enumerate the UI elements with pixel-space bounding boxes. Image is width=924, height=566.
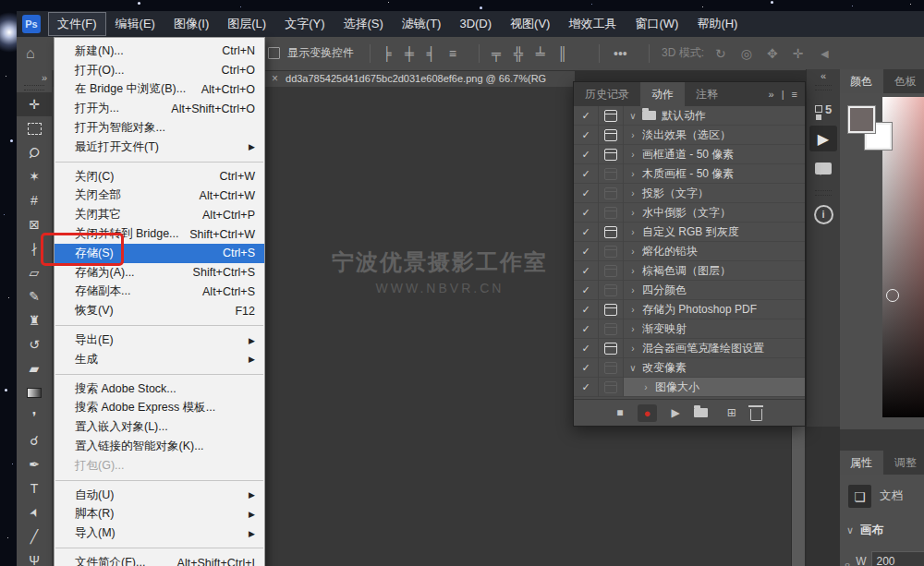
chevron-right-icon[interactable]: › bbox=[637, 382, 655, 392]
action-dialog-toggle[interactable] bbox=[599, 126, 624, 145]
action-row[interactable]: ✓›熔化的铅块 bbox=[574, 242, 805, 261]
menu-item[interactable]: 打开(O)...Ctrl+O bbox=[55, 61, 264, 80]
action-check[interactable]: ✓ bbox=[574, 223, 599, 242]
action-dialog-toggle[interactable] bbox=[599, 358, 624, 378]
tab-属性[interactable]: 属性 bbox=[839, 451, 883, 475]
action-name-area[interactable]: ›淡出效果（选区） bbox=[624, 126, 805, 145]
lasso-tool[interactable]: Ϙ bbox=[17, 140, 52, 164]
align-center-horizontal-icon[interactable]: ╪ bbox=[405, 46, 414, 61]
record-button[interactable]: ● bbox=[638, 404, 658, 422]
menubar-item[interactable]: 文件(F) bbox=[48, 12, 106, 36]
3d-pan-icon[interactable]: ✥ bbox=[767, 46, 778, 61]
new-group-button[interactable] bbox=[694, 408, 708, 417]
action-check[interactable]: ✓ bbox=[574, 242, 599, 261]
chevron-right-icon[interactable]: › bbox=[624, 285, 642, 295]
menubar-item[interactable]: 文字(Y) bbox=[275, 12, 334, 36]
action-check[interactable]: ✓ bbox=[574, 300, 599, 319]
brush-tool[interactable]: ✎ bbox=[17, 284, 52, 308]
action-check[interactable]: ✓ bbox=[574, 378, 599, 397]
action-dialog-toggle[interactable] bbox=[599, 203, 624, 223]
menu-item[interactable]: 恢复(V)F12 bbox=[55, 301, 264, 320]
action-name-area[interactable]: ›四分颜色 bbox=[624, 281, 805, 300]
menu-item[interactable]: 置入嵌入对象(L)... bbox=[55, 417, 264, 437]
action-check[interactable]: ✓ bbox=[574, 358, 599, 378]
action-dialog-toggle[interactable] bbox=[599, 378, 624, 397]
menubar-item[interactable]: 帮助(H) bbox=[687, 12, 747, 36]
align-right-icon[interactable]: ╡ bbox=[427, 46, 436, 61]
action-name-area[interactable]: ›存储为 Photoshop PDF bbox=[624, 300, 805, 319]
eraser-tool[interactable]: ▰ bbox=[17, 356, 52, 380]
chevron-down-icon[interactable]: ∨ bbox=[624, 363, 642, 373]
menu-item[interactable]: 自动(U)▶ bbox=[55, 486, 264, 505]
menu-item[interactable]: 脚本(R)▶ bbox=[55, 505, 264, 524]
chevron-right-icon[interactable]: › bbox=[624, 169, 642, 179]
menubar-item[interactable]: 滤镜(T) bbox=[393, 12, 451, 36]
align-top-icon[interactable]: ╤ bbox=[492, 46, 501, 61]
play-button[interactable]: ▶ bbox=[671, 406, 679, 419]
action-dialog-toggle[interactable] bbox=[599, 106, 624, 126]
menu-item[interactable]: 关闭其它Alt+Ctrl+P bbox=[55, 205, 264, 224]
notes-panel-icon[interactable] bbox=[809, 155, 837, 181]
3d-orbit-icon[interactable]: ↻ bbox=[715, 46, 726, 61]
action-name-area[interactable]: ›棕褐色调（图层） bbox=[624, 261, 805, 281]
canvas-scrollbar[interactable] bbox=[791, 427, 806, 566]
action-check[interactable]: ✓ bbox=[574, 339, 599, 358]
type-tool[interactable]: T bbox=[17, 476, 52, 500]
action-dialog-toggle[interactable] bbox=[599, 223, 624, 242]
action-check[interactable]: ✓ bbox=[574, 203, 599, 223]
action-dialog-toggle[interactable] bbox=[599, 242, 624, 261]
crop-tool[interactable]: # bbox=[17, 188, 52, 212]
path-select-tool[interactable]: ➤ bbox=[17, 500, 52, 524]
menu-item[interactable]: 导入(M)▶ bbox=[55, 524, 264, 543]
document-icon[interactable]: ❏ bbox=[848, 485, 871, 508]
dock-grip[interactable] bbox=[815, 190, 832, 196]
chevron-right-icon[interactable]: › bbox=[624, 247, 642, 257]
action-row[interactable]: ✓›水中倒影（文字） bbox=[574, 203, 805, 223]
menu-item[interactable]: 新建(N)...Ctrl+N bbox=[55, 42, 264, 61]
history-panel-icon[interactable]: 5 bbox=[809, 96, 837, 122]
action-dialog-toggle[interactable] bbox=[599, 319, 624, 339]
chevron-down-icon[interactable]: ∨ bbox=[624, 111, 642, 121]
3d-roll-icon[interactable]: ◎ bbox=[741, 46, 752, 61]
blur-tool[interactable]: ❜ bbox=[17, 404, 52, 428]
menu-item[interactable]: 关闭(C)Ctrl+W bbox=[55, 167, 264, 187]
action-check[interactable]: ✓ bbox=[574, 145, 599, 164]
action-check[interactable]: ✓ bbox=[574, 164, 599, 184]
action-row[interactable]: ✓›存储为 Photoshop PDF bbox=[574, 300, 805, 319]
action-dialog-toggle[interactable] bbox=[599, 184, 624, 203]
menubar-item[interactable]: 视图(V) bbox=[501, 12, 559, 36]
action-row[interactable]: ✓›渐变映射 bbox=[574, 319, 805, 339]
action-check[interactable]: ✓ bbox=[574, 106, 599, 126]
menu-item[interactable]: 打开为智能对象... bbox=[55, 118, 264, 138]
tab-历史记录[interactable]: 历史记录 bbox=[574, 82, 640, 106]
chevron-right-icon[interactable]: › bbox=[624, 130, 642, 140]
action-check[interactable]: ✓ bbox=[574, 126, 599, 145]
menu-item[interactable]: 导出(E)▶ bbox=[55, 331, 264, 350]
action-row[interactable]: ✓›淡出效果（选区） bbox=[574, 126, 805, 145]
width-field[interactable] bbox=[871, 551, 924, 566]
hand-tool[interactable]: Ψ bbox=[17, 548, 52, 566]
action-check[interactable]: ✓ bbox=[574, 281, 599, 300]
menubar-item[interactable]: 编辑(E) bbox=[106, 12, 164, 36]
menu-item[interactable]: 置入链接的智能对象(K)... bbox=[55, 437, 264, 456]
chevron-down-icon[interactable]: ∨ bbox=[846, 524, 854, 536]
menubar-item[interactable]: 图层(L) bbox=[218, 12, 275, 36]
action-name-area[interactable]: ›水中倒影（文字） bbox=[624, 203, 805, 223]
menu-item[interactable]: 存储副本...Alt+Ctrl+S bbox=[55, 283, 264, 302]
3d-camera-icon[interactable]: ◄ bbox=[818, 46, 831, 61]
tab-注释[interactable]: 注释 bbox=[685, 82, 729, 106]
action-dialog-toggle[interactable] bbox=[599, 261, 624, 281]
gradient-tool[interactable] bbox=[17, 380, 52, 404]
menu-item[interactable]: 搜索 Adobe Express 模板... bbox=[55, 399, 264, 418]
close-tab-icon[interactable]: × bbox=[263, 72, 286, 85]
move-tool[interactable]: ✛ bbox=[17, 92, 52, 116]
actions-panel-icon[interactable]: ▶ bbox=[809, 126, 837, 151]
action-name-area[interactable]: ›图像大小 bbox=[624, 378, 805, 397]
3d-slide-icon[interactable]: ✛ bbox=[793, 46, 804, 61]
tab-调整[interactable]: 调整 bbox=[883, 451, 924, 475]
menubar-item[interactable]: 3D(D) bbox=[450, 12, 501, 36]
dock-grip[interactable] bbox=[815, 85, 832, 90]
menu-item[interactable]: 在 Bridge 中浏览(B)...Alt+Ctrl+O bbox=[55, 80, 264, 100]
menubar-item[interactable]: 图像(I) bbox=[164, 12, 218, 36]
chevron-right-icon[interactable]: › bbox=[624, 266, 642, 276]
